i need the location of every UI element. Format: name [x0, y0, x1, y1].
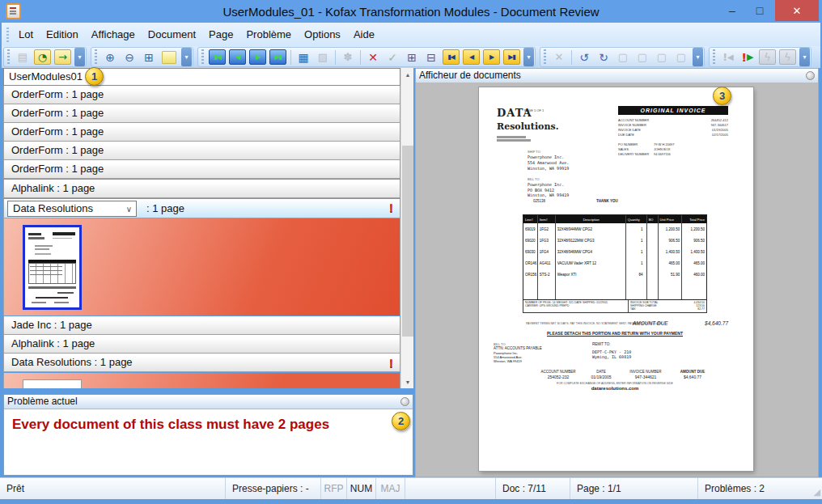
- status-num: NUM: [346, 478, 375, 499]
- invoice-hdr-value: 94 6697116: [654, 152, 671, 157]
- invoice-table-row: 690191FG232X48/944MW CPG211,200.501,200.…: [523, 223, 706, 235]
- page-toolbar-group: ✕ ↺ ↻ ▢ ▢ ▢ ▢ ▾: [540, 47, 705, 67]
- document-row[interactable]: Alphalink : 1 page: [3, 180, 400, 198]
- document-page[interactable]: PAGE 1 OF 1 ORIGINAL INVOICE ACCOUNT NUM…: [479, 87, 753, 471]
- document-list-scrollbar[interactable]: ▲ ▼: [400, 68, 413, 388]
- batch-tab-header[interactable]: UserModules01: [3, 68, 400, 86]
- close-button[interactable]: ✕: [775, 0, 819, 21]
- ship-to-line: Powerphone Inc.: [528, 155, 564, 159]
- next-folder-button[interactable]: ▶: [483, 49, 500, 65]
- next-problem-button[interactable]: ! ▶: [738, 49, 757, 66]
- resize-grip-icon[interactable]: ◢: [809, 478, 822, 499]
- fit-page-button[interactable]: ⊞: [139, 49, 159, 66]
- invoice-carrier-line: CARRIER: UPS GROUND PREPD: [525, 304, 626, 307]
- delete-page-button[interactable]: ✕: [549, 49, 569, 66]
- document-row[interactable]: Jade Inc : 1 page: [3, 316, 400, 335]
- pin-icon[interactable]: [400, 397, 409, 406]
- toolbar-grip[interactable]: [713, 49, 715, 65]
- document-row[interactable]: OrderForm : 1 page: [3, 86, 400, 104]
- menu-document[interactable]: Document: [142, 26, 202, 43]
- tree-view-button[interactable]: ▦: [294, 49, 313, 66]
- next-document-button[interactable]: ▶: [249, 49, 266, 65]
- company-address-blur: [497, 139, 531, 142]
- last-folder-button[interactable]: ▶▮: [503, 49, 520, 65]
- menu-aide[interactable]: Aide: [347, 26, 381, 43]
- menu-probleme[interactable]: Problème: [239, 26, 298, 43]
- run-script-button[interactable]: ϟ: [759, 49, 776, 65]
- scrollbar-down-icon[interactable]: ▼: [401, 375, 414, 388]
- classify-document-button[interactable]: ▨: [313, 49, 333, 66]
- suspend-batch-button[interactable]: ◔: [34, 49, 51, 65]
- toolbar-overflow-icon[interactable]: ▾: [74, 48, 85, 66]
- menu-lot[interactable]: Lot: [12, 26, 40, 43]
- status-maj: MAJ: [375, 478, 405, 499]
- last-document-button[interactable]: ▶▮: [269, 49, 286, 65]
- pin-icon[interactable]: [806, 71, 815, 80]
- rotate-right-90-button[interactable]: ▢: [633, 49, 652, 66]
- toolbar-overflow-icon[interactable]: ▾: [799, 48, 810, 66]
- zoom-in-button[interactable]: ⊕: [100, 49, 120, 66]
- delete-document-button[interactable]: ✕: [363, 49, 383, 66]
- maximize-button[interactable]: □: [748, 0, 772, 21]
- toolbar-grip[interactable]: [95, 49, 97, 65]
- company-address-blur: [497, 136, 526, 138]
- document-row-label: Data Resolutions : 1 page: [11, 356, 133, 368]
- rotate-180-button[interactable]: ▢: [652, 49, 672, 66]
- toolbar-overflow-icon[interactable]: ▾: [693, 48, 703, 66]
- toolbar-overflow-icon[interactable]: ▾: [181, 48, 192, 66]
- document-row[interactable]: Alphalink : 1 page: [3, 335, 400, 354]
- page-thumbnail[interactable]: [23, 379, 82, 388]
- menu-affichage[interactable]: Affichage: [85, 26, 142, 43]
- previous-document-button[interactable]: ◀: [229, 49, 246, 65]
- collapse-all-button[interactable]: ⊟: [422, 49, 441, 66]
- zoom-out-button[interactable]: ⊖: [120, 49, 139, 66]
- rotate-left-90-button[interactable]: ▢: [613, 49, 633, 66]
- first-folder-button[interactable]: ▮◀: [443, 49, 460, 65]
- amount-due-value: $4,640.77: [705, 320, 728, 326]
- rotate-page-left-button[interactable]: ↺: [574, 49, 594, 66]
- scrollbar-thumb[interactable]: [402, 146, 413, 337]
- previous-folder-button[interactable]: ◀: [463, 49, 480, 65]
- scrollbar-up-icon[interactable]: ▲: [401, 68, 414, 81]
- menu-options[interactable]: Options: [298, 26, 347, 43]
- menu-page[interactable]: Page: [202, 26, 239, 43]
- invoice-detach-line: PLEASE DETACH THIS PORTION AND RETURN WI…: [523, 331, 707, 336]
- app-icon: [6, 3, 21, 19]
- previous-problem-button[interactable]: ! ◀: [718, 49, 738, 66]
- validate-document-button[interactable]: ✓: [383, 49, 402, 66]
- annotation-note-button[interactable]: [162, 51, 176, 64]
- expand-all-button[interactable]: ⊞: [402, 49, 422, 66]
- invoice-thank-you: THANK YOU: [596, 199, 618, 203]
- document-row[interactable]: Data Resolutions : 1 page !: [3, 354, 400, 372]
- chevron-down-icon[interactable]: ∨: [126, 202, 132, 217]
- kofax-document-review-window: { "window": { "title": "UserModules_01 -…: [0, 0, 822, 504]
- document-row[interactable]: OrderForm : 1 page: [3, 142, 400, 160]
- class-combobox[interactable]: Data Resolutions ∨: [7, 201, 137, 217]
- toolbar-grip[interactable]: [544, 49, 546, 65]
- route-batch-button[interactable]: ▤: [13, 49, 32, 66]
- first-document-button[interactable]: ▮◀: [209, 49, 226, 65]
- document-row[interactable]: OrderForm : 1 page: [3, 160, 400, 179]
- document-row[interactable]: OrderForm : 1 page: [3, 104, 400, 123]
- toolbar-grip[interactable]: [201, 49, 204, 65]
- selected-document-row[interactable]: Data Resolutions ∨ : 1 page !: [3, 199, 400, 218]
- viewer-canvas[interactable]: PAGE 1 OF 1 ORIGINAL INVOICE ACCOUNT NUM…: [416, 83, 818, 476]
- extraction-wand-button[interactable]: ✽: [338, 49, 358, 66]
- invoice-table-row: OR146AG411VACUUM Vader XRT 121465.00465.…: [523, 257, 706, 269]
- toolbar-grip[interactable]: [7, 49, 10, 65]
- status-bar: Prêt Presse-papiers : - RFP NUM MAJ Doc …: [0, 477, 822, 499]
- menu-edition[interactable]: Edition: [40, 26, 85, 43]
- rotate-page-right-button[interactable]: ↻: [594, 49, 613, 66]
- close-batch-button[interactable]: →: [54, 49, 71, 65]
- footer-col-label: ACCOUNT NUMBER: [536, 370, 581, 374]
- toolbar-overflow-icon[interactable]: ▾: [523, 48, 534, 66]
- toolbar-separator: [571, 50, 572, 65]
- page-thumbnail[interactable]: [23, 225, 82, 310]
- menu-bar: Lot Edition Affichage Document Page Prob…: [2, 23, 820, 46]
- stop-script-button[interactable]: ϟ: [779, 49, 796, 65]
- document-row[interactable]: OrderForm : 1 page: [3, 123, 400, 142]
- rotate-all-pages-button[interactable]: ▢: [672, 49, 691, 66]
- document-viewer-panel: Afficheur de documents PAGE 1 OF 1 ORIGI…: [415, 68, 819, 477]
- minimize-button[interactable]: –: [720, 0, 744, 21]
- footer-col-label: DATE: [581, 370, 621, 374]
